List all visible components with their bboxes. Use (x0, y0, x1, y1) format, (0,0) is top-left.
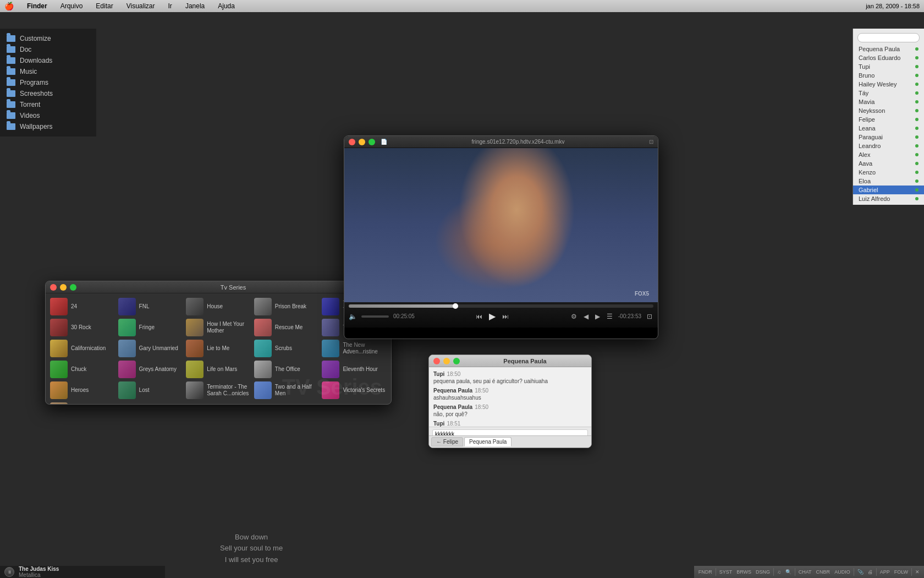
sidebar-item-customize[interactable]: Customize (0, 33, 96, 44)
tv-show-item[interactable]: Eleventh Hour (322, 361, 387, 378)
chat-tab-felipe[interactable]: ← Felipe (431, 437, 463, 446)
video-close-button[interactable] (349, 139, 355, 145)
video-fullscreen-icon[interactable]: ⊡ (649, 139, 653, 145)
tv-show-item[interactable]: The New Adven...ristine (322, 340, 387, 357)
tv-show-item[interactable]: The Office (254, 361, 319, 378)
tv-show-item[interactable]: Lie to Me (186, 340, 251, 357)
fullscreen-btn[interactable]: ⊡ (646, 312, 653, 321)
sidebar-item-downloads[interactable]: Downloads (0, 55, 96, 66)
buddy-list-item[interactable]: Danyllo (853, 203, 924, 205)
tv-show-item[interactable]: How I Met Your Mother (186, 319, 251, 336)
buddy-list-item[interactable]: Mavia (853, 97, 924, 106)
music-play-button[interactable]: ⏸ (4, 567, 14, 577)
sidebar-item-screenshots[interactable]: Screeshots (0, 88, 96, 99)
tv-show-item[interactable]: Prison Break (254, 298, 319, 315)
volume-slider[interactable] (361, 315, 389, 318)
buddy-list-item[interactable]: Aava (853, 159, 924, 168)
menu-file[interactable]: Arquivo (58, 2, 85, 10)
buddy-list-item[interactable]: Hailey Wesley (853, 80, 924, 89)
menu-go[interactable]: Ir (166, 2, 174, 10)
taskbar-print-icon[interactable]: 🖨 (867, 569, 874, 575)
tv-show-item[interactable]: Scrubs (254, 340, 319, 357)
tv-show-item[interactable]: Gary Unmarried (118, 340, 183, 357)
buddy-search-input[interactable] (857, 33, 920, 42)
tv-show-item[interactable]: Two and a Half Men (254, 381, 319, 399)
fast-forward-button[interactable]: ⏭ (501, 312, 510, 321)
chat-tab-pequena-paula[interactable]: Pequena Paula (464, 437, 512, 446)
tv-show-item[interactable]: Victoria's Secrets (322, 381, 387, 399)
settings-icon[interactable]: ⚙ (570, 312, 578, 321)
sidebar-item-torrent[interactable]: Torrent (0, 99, 96, 110)
menu-janela[interactable]: Janela (183, 2, 207, 10)
close-button[interactable] (50, 284, 57, 291)
buddy-list-item[interactable]: Paraguai (853, 133, 924, 141)
taskbar-search-icon[interactable]: 🔍 (784, 569, 793, 575)
taskbar-cnbr-icon[interactable]: CNBR (815, 569, 832, 575)
buddy-list-item[interactable]: Eloa (853, 177, 924, 186)
prev-track-icon[interactable]: ◀ (582, 312, 590, 321)
chat-maximize-button[interactable] (453, 358, 460, 364)
sidebar-item-doc[interactable]: Doc (0, 44, 96, 55)
progress-knob[interactable] (453, 303, 458, 309)
video-screen[interactable]: FOX5 (344, 148, 658, 302)
sidebar-item-videos[interactable]: Videos (0, 110, 96, 121)
rewind-button[interactable]: ⏮ (475, 312, 483, 321)
tv-show-item[interactable]: Chuck (50, 361, 115, 378)
tv-show-item[interactable]: House (186, 298, 251, 315)
buddy-list-item[interactable]: Leana (853, 124, 924, 133)
menu-finder[interactable]: Finder (25, 2, 50, 10)
tv-show-item[interactable]: Lost (118, 381, 183, 399)
menu-help[interactable]: Ajuda (216, 2, 237, 10)
tv-show-item[interactable]: Terminator - The Sarah C...onicles (186, 381, 251, 399)
taskbar-dsng-icon[interactable]: DSNG (755, 569, 771, 575)
buddy-list-item[interactable]: Alex (853, 150, 924, 159)
sidebar-item-programs[interactable]: Programs (0, 77, 96, 88)
chat-close-button[interactable] (433, 358, 440, 364)
buddy-list-item[interactable]: Táy (853, 89, 924, 97)
tv-show-item[interactable]: FNL (118, 298, 183, 315)
menu-edit[interactable]: Editar (94, 2, 115, 10)
tv-show-item[interactable]: Fringe (118, 319, 183, 336)
taskbar-chat-icon[interactable]: CHAT (798, 569, 813, 575)
taskbar-clip-icon[interactable]: 📎 (856, 569, 865, 575)
buddy-list-item[interactable]: Bruno (853, 71, 924, 80)
buddy-list-item[interactable]: Tupi (853, 62, 924, 71)
taskbar-close-icon[interactable]: ✕ (914, 569, 921, 575)
chat-minimize-button[interactable] (443, 358, 450, 364)
tv-show-item[interactable]: 24 (50, 298, 115, 315)
buddy-list-item[interactable]: Carlos Eduardo (853, 53, 924, 62)
tv-show-item[interactable]: Heroes (50, 381, 115, 399)
menu-view[interactable]: Visualizar (124, 2, 157, 10)
sidebar-item-wallpapers[interactable]: Wallpapers (0, 121, 96, 132)
maximize-button[interactable] (70, 284, 76, 291)
taskbar-app-icon[interactable]: APP (879, 569, 891, 575)
taskbar-finder-icon[interactable]: FNDR (697, 569, 713, 575)
play-button[interactable]: ▶ (488, 310, 497, 323)
tv-show-item[interactable]: Worst Week (50, 402, 115, 405)
tv-show-item[interactable]: 30 Rock (50, 319, 115, 336)
taskbar-folow-icon[interactable]: FOLW (893, 569, 909, 575)
minimize-button[interactable] (60, 284, 67, 291)
tv-show-item[interactable]: Rescue Me (254, 319, 319, 336)
buddy-list-item[interactable]: Neyksson (853, 106, 924, 115)
sidebar-item-music[interactable]: Music (0, 66, 96, 77)
next-track-icon[interactable]: ▶ (594, 312, 601, 321)
taskbar-syst-icon[interactable]: SYST (718, 569, 734, 575)
buddy-list-item[interactable]: Leandro (853, 141, 924, 150)
progress-bar[interactable] (349, 304, 653, 308)
tv-show-item[interactable]: Greys Anatomy (118, 361, 183, 378)
video-maximize-button[interactable] (369, 139, 375, 145)
buddy-list-item[interactable]: Luiz Alfredo (853, 194, 924, 203)
buddy-list-item[interactable]: Pequena Paula (853, 45, 924, 53)
tv-show-item[interactable]: Californication (50, 340, 115, 357)
taskbar-audio-icon[interactable]: AUDIO (833, 569, 851, 575)
video-minimize-button[interactable] (359, 139, 365, 145)
playlist-icon[interactable]: ☰ (606, 312, 614, 321)
buddy-list-item[interactable]: Kenzo (853, 168, 924, 177)
apple-menu[interactable]: 🍎 (4, 2, 14, 10)
taskbar-music-icon[interactable]: ♫ (776, 569, 782, 575)
tv-show-item[interactable]: Life on Mars (186, 361, 251, 378)
buddy-list-item[interactable]: Felipe (853, 115, 924, 124)
taskbar-brws-icon[interactable]: BRWS (735, 569, 752, 575)
buddy-list-item[interactable]: Gabriel (853, 186, 924, 194)
